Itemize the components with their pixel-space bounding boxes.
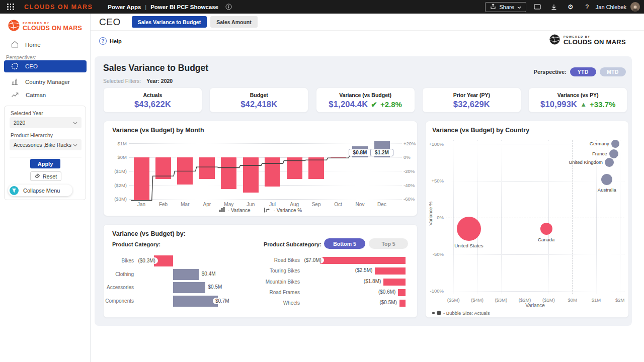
bubble-label: United States [439, 243, 499, 248]
kpi-label: Actuals [104, 92, 202, 98]
bar-value-label: ($1.8M) [305, 279, 381, 284]
kpi-value: $32,629K [453, 100, 490, 109]
home-icon [11, 41, 19, 49]
country-hgridline [446, 254, 624, 255]
kpi-label: Variance (vs Budget) [316, 92, 415, 98]
month-bar-apr[interactable] [199, 157, 215, 179]
bar-chart-icon [219, 207, 225, 214]
apply-button[interactable]: Apply [30, 159, 60, 168]
kpi-value-row: $10,993K▲+33.7% [529, 100, 627, 109]
month-bar-aug[interactable] [287, 157, 302, 179]
country-x-axis-title: Variance [446, 303, 624, 308]
bubble-label: Germany [549, 141, 609, 146]
topbar-brand: CLOUDS ON MARS [24, 4, 93, 11]
sidebar-item-catman[interactable]: Catman [4, 89, 87, 101]
kpi-card-3: Variance (vs Budget)$1,204.4K✔+2.8% [316, 87, 415, 113]
perspective-ytd-button[interactable]: YTD [570, 67, 596, 76]
help-button[interactable]: ? Help [99, 37, 122, 45]
reset-button[interactable]: Reset [30, 171, 61, 181]
month-bar-jan[interactable] [134, 157, 149, 201]
bubble-large-dot-icon [437, 311, 441, 315]
settings-gear-icon[interactable]: ⚙ [565, 2, 576, 13]
month-bar-jun[interactable] [243, 157, 259, 193]
year-dropdown[interactable]: 2020 [10, 117, 82, 128]
share-icon [490, 4, 496, 11]
help-question-icon[interactable]: ? [582, 2, 593, 13]
month-bar-jul[interactable] [265, 157, 280, 187]
month-y-left-tick: ($3M) [108, 196, 127, 202]
perspective-toggle: Perspective: YTD MTD [534, 67, 626, 76]
info-icon[interactable] [225, 4, 232, 10]
bubble-canada[interactable] [540, 223, 552, 235]
month-y-right-tick: 0% [404, 154, 421, 160]
month-bar-may[interactable] [221, 157, 236, 190]
step-line-icon [264, 207, 271, 214]
bubble-australia[interactable] [601, 174, 612, 185]
month-gridline [129, 199, 401, 200]
perspective-mtd-button[interactable]: MTD [600, 67, 626, 76]
sidebar-item-home[interactable]: Home [11, 40, 41, 50]
bubble-united-states[interactable] [457, 217, 481, 241]
share-button[interactable]: Share [485, 2, 526, 12]
sidebar-logo: POWERED BY CLOUDS ON MARS [8, 20, 82, 33]
user-avatar[interactable] [630, 2, 640, 12]
bubble-germany[interactable] [611, 140, 619, 148]
fit-to-screen-icon[interactable] [532, 2, 543, 13]
bubble-united-kingdom[interactable] [605, 158, 614, 167]
product-hierarchy-dropdown[interactable]: Accessories ,Bike Racks ,Hit... [10, 139, 82, 150]
reset-label: Reset [43, 173, 57, 179]
country-hgridline [446, 181, 624, 182]
country-y-tick: -50% [428, 251, 444, 257]
country-vgridline [453, 140, 454, 294]
collapse-menu-label: Collapse Menu [23, 188, 60, 194]
bubble-small-dot-icon [432, 312, 435, 314]
toolbar-row: ? Help POWERED BY CLOUDS ON MARS [91, 31, 644, 56]
bar-road-frames[interactable] [398, 289, 406, 296]
country-y-axis-title: Variance % [428, 196, 433, 231]
month-bar-feb[interactable] [155, 157, 171, 179]
main-area: CEO Sales Variance to Budget Sales Amoun… [91, 14, 644, 362]
download-icon[interactable] [548, 2, 559, 13]
topbar-page-name[interactable]: Power BI PCF Showcase [150, 4, 218, 10]
sidebar-item-label: CEO [25, 63, 38, 69]
country-x-tick: ($2M) [514, 297, 536, 303]
tab-sales-variance-to-budget[interactable]: Sales Variance to Budget [132, 16, 207, 28]
month-y-right-tick: +20% [404, 141, 421, 146]
app-launcher-waffle-icon[interactable] [4, 1, 17, 13]
sidebar-item-ceo[interactable]: CEO [4, 60, 87, 72]
bubble-label: France [547, 151, 607, 156]
bubble-france[interactable] [609, 149, 618, 158]
sidebar-item-country-manager[interactable]: Country Manager [4, 76, 87, 88]
help-circle-icon: ? [99, 37, 107, 45]
month-bar-oct[interactable] [331, 157, 346, 158]
topbar-separator: | [145, 4, 146, 10]
month-bar-value-label: $0.8M [349, 149, 372, 156]
selected-filters-label: Selected Filters: [103, 78, 141, 84]
country-vgridline [620, 140, 620, 294]
app-top-bar: CLOUDS ON MARS Power Apps | Power BI PCF… [0, 0, 644, 14]
perspectives-label: Perspectives: [6, 55, 36, 60]
bar-category-label: Wheels [104, 300, 300, 306]
bar-value-label: ($2.5M) [297, 267, 372, 273]
bar-mountain-bikes[interactable] [383, 279, 406, 286]
bar-touring-bikes[interactable] [375, 267, 406, 275]
month-bar-sep[interactable] [308, 157, 324, 179]
report-canvas: Sales Variance to Budget Selected Filter… [95, 56, 632, 326]
month-bar-mar[interactable] [177, 157, 193, 185]
filter-divider [10, 157, 82, 157]
collapse-menu-button[interactable]: Collapse Menu [8, 185, 72, 196]
tab-sales-amount[interactable]: Sales Amount [210, 16, 258, 28]
sidebar-item-label: Catman [26, 92, 46, 98]
kpi-value-row: $1,204.4K✔+2.8% [316, 100, 415, 109]
planet-logo-dark-icon [549, 34, 560, 47]
kpi-card-1: Actuals$43,622K [103, 87, 202, 113]
page-header: CEO Sales Variance to Budget Sales Amoun… [91, 14, 644, 31]
bar-wheels[interactable] [399, 300, 406, 307]
user-name[interactable]: Jan Chlebek [596, 4, 626, 10]
bubble-label: Australia [577, 187, 637, 193]
topbar-app-name[interactable]: Power Apps [108, 4, 141, 10]
month-y-right-tick: -40% [404, 183, 421, 188]
legend-label: - Variance [228, 208, 251, 213]
bar-category-label: Road Frames [104, 290, 300, 295]
bar-road-bikes[interactable] [320, 257, 406, 264]
